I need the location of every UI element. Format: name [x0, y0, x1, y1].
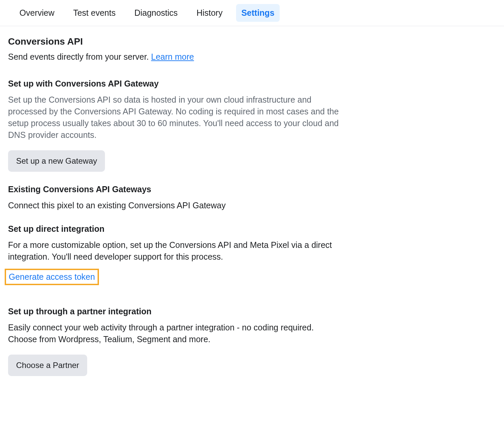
tab-bar: Overview Test events Diagnostics History… [0, 0, 504, 26]
body-gateway-setup: Set up the Conversions API so data is ho… [8, 94, 344, 141]
body-existing-gateways: Connect this pixel to an existing Conver… [8, 200, 344, 211]
section-partner-integration: Set up through a partner integration Eas… [8, 307, 344, 376]
page-title: Conversions API [8, 36, 344, 47]
generate-access-token-link[interactable]: Generate access token [9, 272, 95, 282]
section-direct-integration: Set up direct integration For a more cus… [8, 224, 344, 294]
body-direct-integration: For a more customizable option, set up t… [8, 239, 344, 263]
tab-history[interactable]: History [191, 4, 228, 22]
body-partner-integration: Easily connect your web activity through… [8, 322, 344, 345]
settings-content: Conversions API Send events directly fro… [0, 26, 352, 399]
heading-gateway-setup: Set up with Conversions API Gateway [8, 79, 344, 89]
tab-test-events[interactable]: Test events [68, 4, 121, 22]
page-subtitle-text: Send events directly from your server. [8, 52, 151, 61]
heading-partner-integration: Set up through a partner integration [8, 307, 344, 316]
learn-more-link[interactable]: Learn more [151, 52, 194, 61]
section-existing-gateways: Existing Conversions API Gateways Connec… [8, 184, 344, 211]
setup-new-gateway-button[interactable]: Set up a new Gateway [8, 150, 105, 172]
tab-settings[interactable]: Settings [236, 4, 280, 22]
heading-direct-integration: Set up direct integration [8, 224, 344, 234]
section-gateway-setup: Set up with Conversions API Gateway Set … [8, 79, 344, 172]
generate-token-highlight: Generate access token [5, 269, 99, 285]
tab-overview[interactable]: Overview [14, 4, 60, 22]
page-subtitle: Send events directly from your server. L… [8, 51, 344, 63]
heading-existing-gateways: Existing Conversions API Gateways [8, 184, 344, 194]
tab-diagnostics[interactable]: Diagnostics [129, 4, 183, 22]
choose-partner-button[interactable]: Choose a Partner [8, 355, 87, 376]
